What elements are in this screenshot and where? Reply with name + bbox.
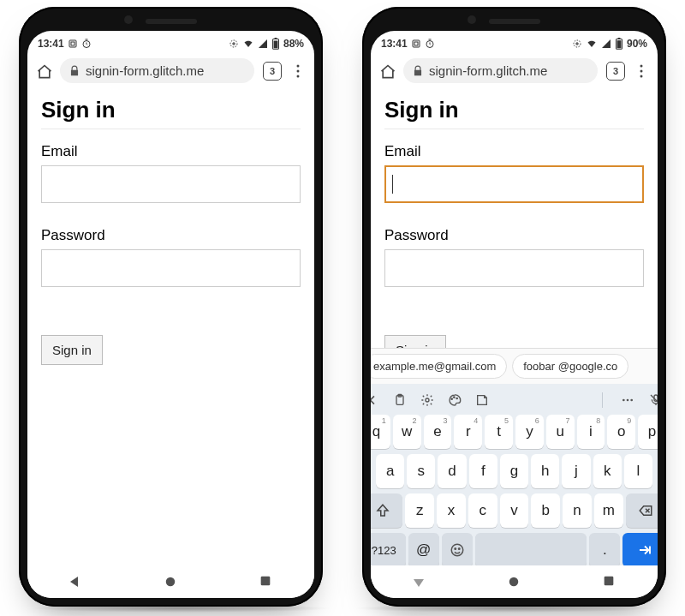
lock-icon <box>412 65 424 77</box>
mic-off-icon[interactable] <box>649 393 658 407</box>
key-l[interactable]: l <box>624 454 652 488</box>
key-n[interactable]: n <box>563 493 592 528</box>
phone-camera <box>124 15 133 24</box>
key-m[interactable]: m <box>594 493 623 528</box>
key-o[interactable]: o9 <box>607 415 635 449</box>
svg-point-7 <box>166 577 176 587</box>
page-title: Sign in <box>41 97 301 123</box>
key-v[interactable]: v <box>500 493 529 528</box>
svg-rect-15 <box>618 38 621 39</box>
nav-recent-icon[interactable] <box>602 574 617 589</box>
password-label: Password <box>41 227 301 244</box>
email-field[interactable] <box>41 165 301 203</box>
phone-speaker <box>146 19 197 24</box>
key-b[interactable]: b <box>531 493 560 528</box>
svg-point-24 <box>630 399 633 402</box>
svg-point-19 <box>451 398 452 399</box>
sign-in-button[interactable]: Sign in <box>41 335 103 365</box>
lock-icon <box>68 65 80 77</box>
android-nav-bar <box>27 565 314 598</box>
key-w[interactable]: w2 <box>393 415 421 449</box>
chevron-left-icon[interactable] <box>371 393 379 407</box>
backspace-key[interactable] <box>626 493 658 528</box>
phone-speaker <box>489 19 540 24</box>
period-key[interactable]: . <box>589 533 620 565</box>
key-x[interactable]: x <box>437 493 466 528</box>
email-label: Email <box>384 143 644 160</box>
nav-home-icon[interactable] <box>163 574 178 589</box>
menu-icon[interactable] <box>634 63 649 79</box>
svg-rect-6 <box>275 38 277 39</box>
key-t[interactable]: t5 <box>485 415 513 449</box>
tab-count-button[interactable]: 3 <box>263 62 282 81</box>
menu-icon[interactable] <box>290 63 306 79</box>
address-bar[interactable]: signin-form.glitch.me <box>60 58 254 83</box>
keyboard-row: ?123 @ . <box>371 533 658 565</box>
svg-point-18 <box>426 398 429 402</box>
address-bar[interactable]: signin-form.glitch.me <box>403 58 598 83</box>
palette-icon[interactable] <box>448 393 462 407</box>
url-text: signin-form.glitch.me <box>86 63 204 78</box>
key-a[interactable]: a <box>376 454 404 488</box>
key-p[interactable]: p0 <box>638 415 658 449</box>
status-battery: 88% <box>283 38 304 50</box>
key-g[interactable]: g <box>500 454 528 488</box>
email-field[interactable] <box>384 165 644 203</box>
android-nav-bar <box>371 565 658 598</box>
screenshot-icon <box>68 39 78 49</box>
key-k[interactable]: k <box>593 454 622 488</box>
key-z[interactable]: z <box>405 493 434 528</box>
more-icon[interactable] <box>620 393 635 407</box>
wifi-icon <box>242 39 254 49</box>
svg-point-26 <box>451 544 463 556</box>
phone-camera <box>468 15 476 24</box>
svg-point-28 <box>458 548 460 550</box>
keyboard-toolbar <box>371 389 658 410</box>
password-field[interactable] <box>41 249 301 287</box>
key-u[interactable]: u7 <box>546 415 575 449</box>
key-d[interactable]: d <box>438 454 466 488</box>
key-e[interactable]: e3 <box>424 415 452 449</box>
autofill-suggestion[interactable]: foobar @google.co <box>512 354 628 379</box>
emoji-key[interactable] <box>442 533 473 565</box>
key-s[interactable]: s <box>407 454 435 488</box>
sticker-icon[interactable] <box>475 393 489 407</box>
at-key[interactable]: @ <box>408 533 439 565</box>
home-icon[interactable] <box>36 63 51 79</box>
clipboard-icon[interactable] <box>393 393 407 407</box>
key-c[interactable]: c <box>468 493 497 528</box>
tab-count-button[interactable]: 3 <box>606 62 625 81</box>
nav-recent-icon[interactable] <box>259 574 274 589</box>
key-y[interactable]: y6 <box>515 415 544 449</box>
key-r[interactable]: r4 <box>454 415 482 449</box>
timer-icon <box>81 39 92 49</box>
enter-key[interactable] <box>622 533 658 565</box>
svg-rect-8 <box>261 577 271 586</box>
home-icon[interactable] <box>379 63 395 79</box>
nav-home-icon[interactable] <box>506 574 521 589</box>
keyboard-row: zxcvbnm <box>371 493 658 528</box>
page-title: Sign in <box>384 97 644 123</box>
battery-icon <box>271 38 280 50</box>
autofill-suggestion[interactable]: example.me@gmail.com <box>371 354 507 379</box>
key-f[interactable]: f <box>469 454 497 488</box>
nav-back-icon[interactable] <box>68 574 83 589</box>
status-time: 13:41 <box>381 38 408 50</box>
symbols-key[interactable]: ?123 <box>371 533 406 565</box>
wifi-icon <box>586 39 598 49</box>
key-j[interactable]: j <box>562 454 590 488</box>
shift-key[interactable] <box>371 493 402 528</box>
nav-back-icon[interactable] <box>411 574 426 589</box>
svg-rect-30 <box>605 577 614 586</box>
svg-point-21 <box>456 398 457 398</box>
space-key[interactable] <box>475 533 587 565</box>
phone-screen: 13:41 <box>27 31 314 598</box>
svg-point-20 <box>454 397 455 398</box>
gear-icon[interactable] <box>420 393 434 407</box>
data-saver-icon <box>572 39 582 49</box>
key-i[interactable]: i8 <box>577 415 605 449</box>
key-q[interactable]: q1 <box>371 415 390 449</box>
url-text: signin-form.glitch.me <box>429 63 547 78</box>
password-field[interactable] <box>384 249 644 287</box>
key-h[interactable]: h <box>531 454 559 488</box>
